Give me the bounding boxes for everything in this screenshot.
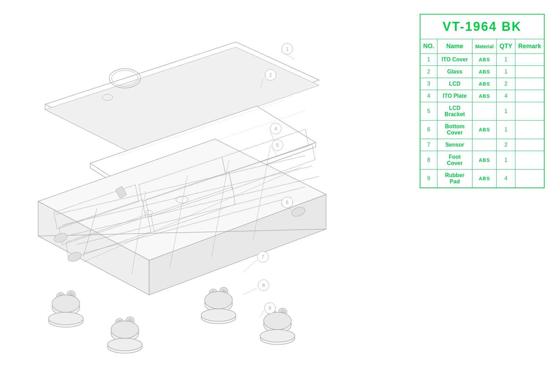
cell-remark xyxy=(515,139,544,151)
svg-point-118 xyxy=(264,312,291,330)
cell-remark xyxy=(515,102,544,121)
cell-no: 3 xyxy=(420,78,437,90)
cell-no: 9 xyxy=(420,169,437,188)
table-row: 6Bottom CoverABS1 xyxy=(420,121,544,139)
cell-material: ABS xyxy=(472,66,497,78)
parts-table: VT-1964 BK NO. Name Material QTY Remark … xyxy=(420,14,545,188)
cell-name: ITO Plate xyxy=(437,90,472,102)
cell-qty: 1 xyxy=(496,66,515,78)
cell-remark xyxy=(515,78,544,90)
cell-qty: 2 xyxy=(496,139,515,151)
cell-name: ITO Cover xyxy=(437,54,472,66)
cell-qty: 4 xyxy=(496,90,515,102)
cell-no: 2 xyxy=(420,66,437,78)
diagram-area: 1 2 3 xyxy=(0,0,409,392)
svg-line-124 xyxy=(260,311,264,317)
svg-text:1: 1 xyxy=(286,46,289,52)
cell-qty: 4 xyxy=(496,169,515,188)
table-row: 8Foot CoverABS1 xyxy=(420,151,544,169)
cell-material xyxy=(472,102,497,121)
svg-point-120 xyxy=(260,330,295,342)
cell-remark xyxy=(515,121,544,139)
col-header-name: Name xyxy=(437,39,472,54)
svg-point-82 xyxy=(52,295,80,312)
table-row: 4ITO PlateABS4 xyxy=(420,90,544,102)
cell-remark xyxy=(515,66,544,78)
svg-text:8: 8 xyxy=(262,282,265,288)
svg-text:2: 2 xyxy=(269,72,272,78)
cell-name: LCD xyxy=(437,78,472,90)
foot-assembly-4 xyxy=(260,308,295,345)
cell-remark xyxy=(515,90,544,102)
cell-name: Glass xyxy=(437,66,472,78)
svg-text:6: 6 xyxy=(286,200,289,205)
main-container: 1 2 3 xyxy=(0,0,555,392)
svg-point-94 xyxy=(111,321,139,338)
foot-assembly-3 xyxy=(201,287,236,324)
cell-name: Foot Cover xyxy=(437,151,472,169)
cell-no: 6 xyxy=(420,121,437,139)
foot-assembly-1 xyxy=(49,291,83,327)
cell-no: 8 xyxy=(420,151,437,169)
table-row: 2GlassABS1 xyxy=(420,66,544,78)
cell-name: Bottom Cover xyxy=(437,121,472,139)
cell-material: ABS xyxy=(472,169,497,188)
cell-no: 5 xyxy=(420,102,437,121)
cell-name: Sensor xyxy=(437,139,472,151)
table-row: 7Sensor2 xyxy=(420,139,544,151)
svg-text:5: 5 xyxy=(276,142,279,148)
cell-material: ABS xyxy=(472,151,497,169)
cell-no: 7 xyxy=(420,139,437,151)
cell-qty: 1 xyxy=(496,151,515,169)
svg-text:4: 4 xyxy=(274,126,277,131)
cell-remark xyxy=(515,151,544,169)
cell-material: ABS xyxy=(472,121,497,139)
table-row: 5LCD Bracket1 xyxy=(420,102,544,121)
cell-material: ABS xyxy=(472,54,497,66)
cell-qty: 1 xyxy=(496,102,515,121)
svg-point-96 xyxy=(108,338,142,351)
cell-material xyxy=(472,139,497,151)
col-header-remark: Remark xyxy=(515,39,544,54)
col-header-no: NO. xyxy=(420,39,437,54)
cell-qty: 1 xyxy=(496,121,515,139)
cell-qty: 1 xyxy=(496,54,515,66)
svg-text:9: 9 xyxy=(268,305,271,311)
svg-point-108 xyxy=(201,309,236,321)
foot-assembly-2 xyxy=(108,317,142,353)
cell-no: 4 xyxy=(420,90,437,102)
svg-point-106 xyxy=(205,291,232,309)
col-header-material: Material xyxy=(472,39,497,54)
table-row: 1ITO CoverABS1 xyxy=(420,54,544,66)
cell-material: ABS xyxy=(472,90,497,102)
svg-line-121 xyxy=(243,288,257,295)
cell-remark xyxy=(515,169,544,188)
table-row: 9Rubber PadABS4 xyxy=(420,169,544,188)
cell-no: 1 xyxy=(420,54,437,66)
product-title: VT-1964 BK xyxy=(420,14,544,39)
cell-remark xyxy=(515,54,544,66)
cell-material: ABS xyxy=(472,78,497,90)
cell-name: Rubber Pad xyxy=(437,169,472,188)
table-row: 3LCDABS2 xyxy=(420,78,544,90)
svg-point-84 xyxy=(49,312,83,325)
cell-name: LCD Bracket xyxy=(437,102,472,121)
col-header-qty: QTY xyxy=(496,39,515,54)
table-area: VT-1964 BK NO. Name Material QTY Remark … xyxy=(409,0,555,202)
cell-qty: 2 xyxy=(496,78,515,90)
svg-line-70 xyxy=(243,260,257,272)
svg-text:7: 7 xyxy=(262,254,264,260)
